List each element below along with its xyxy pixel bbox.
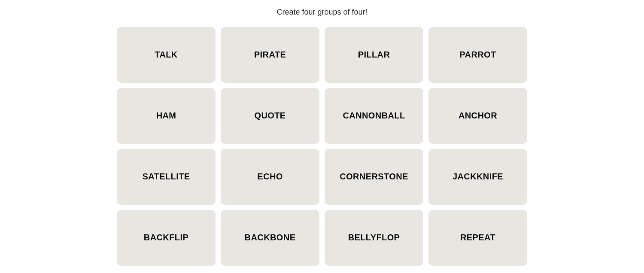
tile-anchor[interactable]: ANCHOR — [428, 88, 527, 144]
tile-cornerstone[interactable]: CORNERSTONE — [325, 149, 423, 205]
tile-jackknife[interactable]: JACKKNIFE — [428, 149, 527, 205]
tile-talk[interactable]: TALK — [117, 27, 216, 83]
tile-label-parrot: PARROT — [459, 50, 496, 60]
tile-ham[interactable]: HAM — [117, 88, 216, 144]
tile-bellyflop[interactable]: BELLYFLOP — [325, 210, 423, 266]
tile-label-pillar: PILLAR — [358, 50, 390, 60]
tile-cannonball[interactable]: CANNONBALL — [325, 88, 423, 144]
tile-repeat[interactable]: REPEAT — [428, 210, 527, 266]
tile-label-satellite: SATELLITE — [142, 172, 190, 182]
tile-label-backbone: BACKBONE — [245, 233, 296, 243]
tile-satellite[interactable]: SATELLITE — [117, 149, 216, 205]
tile-label-pirate: PIRATE — [254, 50, 286, 60]
tile-label-bellyflop: BELLYFLOP — [348, 233, 400, 243]
game-subtitle: Create four groups of four! — [276, 8, 367, 17]
tile-pirate[interactable]: PIRATE — [221, 27, 319, 83]
tile-label-jackknife: JACKKNIFE — [453, 172, 503, 182]
tile-label-cannonball: CANNONBALL — [343, 111, 405, 121]
tile-label-ham: HAM — [156, 111, 176, 121]
tile-quote[interactable]: QUOTE — [221, 88, 319, 144]
tile-label-quote: QUOTE — [254, 111, 286, 121]
tile-pillar[interactable]: PILLAR — [325, 27, 423, 83]
tile-label-echo: ECHO — [257, 172, 283, 182]
tile-backflip[interactable]: BACKFLIP — [117, 210, 216, 266]
tile-label-anchor: ANCHOR — [459, 111, 497, 121]
tile-echo[interactable]: ECHO — [221, 149, 319, 205]
tile-label-cornerstone: CORNERSTONE — [340, 172, 408, 182]
tile-parrot[interactable]: PARROT — [428, 27, 527, 83]
tile-label-talk: TALK — [155, 50, 177, 60]
word-grid: TALKPIRATEPILLARPARROTHAMQUOTECANNONBALL… — [117, 27, 527, 266]
tile-label-repeat: REPEAT — [460, 233, 495, 243]
tile-label-backflip: BACKFLIP — [144, 233, 188, 243]
tile-backbone[interactable]: BACKBONE — [221, 210, 319, 266]
